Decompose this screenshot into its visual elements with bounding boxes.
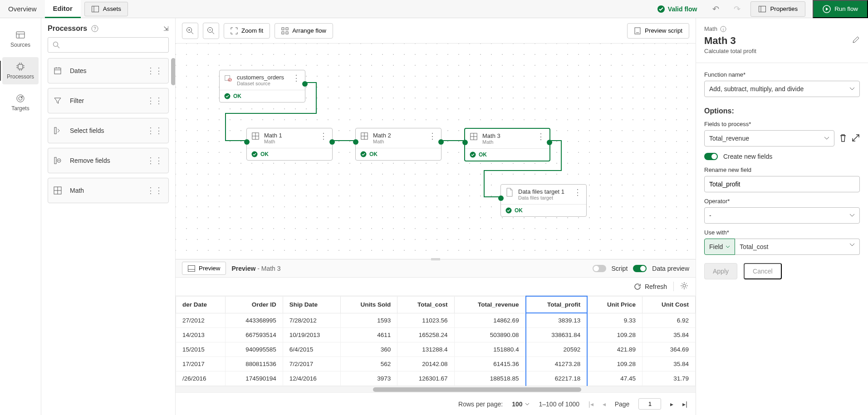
flow-canvas[interactable]: customers_ordersDataset source ⋮ OK Math… [176, 44, 696, 259]
create-new-fields-toggle[interactable] [704, 153, 718, 160]
drag-handle-icon[interactable]: ⋮⋮ [147, 126, 163, 136]
tab-overview[interactable]: Overview [0, 0, 45, 18]
fields-to-process-select[interactable]: Total_revenue [704, 130, 834, 146]
rows-per-page-label: Rows per page: [458, 400, 503, 408]
table-header[interactable]: Total_cost [397, 296, 454, 313]
refresh-button[interactable]: Refresh [634, 283, 667, 290]
table-header[interactable]: Total_profit [526, 296, 588, 313]
table-row[interactable]: /26/201617459019412/4/20163973126301.671… [176, 371, 696, 386]
node-status-label: OK [479, 151, 487, 158]
targets-icon [15, 93, 25, 103]
run-flow-button[interactable]: Run flow [813, 0, 868, 18]
undo-button[interactable]: ↶ [708, 1, 724, 17]
nav-processors[interactable]: Processors [2, 57, 39, 84]
zoom-in-button[interactable] [182, 23, 198, 39]
preview-label: Preview [199, 265, 220, 272]
table-header[interactable]: Order ID [225, 296, 283, 313]
processor-dates[interactable]: Dates ⋮⋮ [48, 58, 169, 83]
nav-sources[interactable]: Sources [2, 25, 39, 53]
node-menu-icon[interactable]: ⋮ [537, 132, 545, 141]
drag-handle-icon[interactable]: ⋮⋮ [147, 66, 163, 76]
table-header[interactable]: Unit Cost [642, 296, 696, 313]
table-header[interactable]: Unit Price [587, 296, 642, 313]
table-header[interactable]: Total_revenue [454, 296, 526, 313]
page-input[interactable] [638, 398, 661, 410]
table-header[interactable]: Units Sold [340, 296, 397, 313]
table-header[interactable]: Ship Date [283, 296, 340, 313]
expand-icon [852, 134, 860, 142]
drag-handle-icon[interactable]: ⋮⋮ [147, 186, 163, 195]
node-menu-icon[interactable]: ⋮ [319, 132, 328, 140]
script-toggle-label: Script [612, 265, 628, 272]
function-name-select[interactable]: Add, subtract, multiply, and divide [704, 81, 860, 97]
table-row[interactable]: 27/20124433689957/28/2012159311023.56148… [176, 313, 696, 328]
apply-button[interactable]: Apply [704, 263, 737, 279]
script-toggle[interactable] [593, 265, 606, 272]
tab-editor[interactable]: Editor [45, 0, 81, 18]
page-first-button[interactable]: |◂ [588, 400, 593, 408]
page-last-button[interactable]: ▸| [682, 400, 687, 408]
page-next-button[interactable]: ▸ [670, 400, 673, 408]
node-source[interactable]: customers_ordersDataset source ⋮ OK [219, 70, 305, 103]
table-row[interactable]: 14/201366759351410/19/20134611165258.245… [176, 328, 696, 342]
node-target[interactable]: Data files target 1Data files target ⋮ O… [500, 184, 587, 217]
settings-button[interactable] [673, 282, 688, 291]
valid-flow-status: Valid flow [652, 5, 703, 13]
processor-remove-fields[interactable]: Remove fields ⋮⋮ [48, 148, 169, 173]
chevron-down-icon [849, 243, 855, 247]
nav-label: Processors [7, 73, 34, 80]
node-status-label: OK [233, 93, 241, 99]
table-row[interactable]: 17/20178808115367/2/201756220142.0861415… [176, 357, 696, 371]
arrange-label: Arrange flow [292, 27, 326, 34]
arrange-flow-button[interactable]: Arrange flow [275, 23, 333, 39]
assets-button[interactable]: Assets [84, 2, 128, 16]
properties-button[interactable]: Properties [750, 1, 805, 17]
use-with-kind-select[interactable]: Field [704, 239, 735, 255]
resize-handle-icon[interactable] [429, 258, 442, 261]
info-icon[interactable]: i [720, 26, 726, 32]
preview-subtitle: - Math 3 [257, 265, 280, 272]
processor-select-fields[interactable]: Select fields ⋮⋮ [48, 118, 169, 143]
svg-rect-29 [54, 157, 56, 164]
data-preview-toggle[interactable] [633, 265, 647, 272]
table-header[interactable]: der Date [176, 296, 226, 313]
node-math-1[interactable]: Math 1Math ⋮ OK [246, 128, 333, 161]
expand-field-button[interactable] [852, 134, 860, 143]
page-prev-button[interactable]: ◂ [603, 400, 606, 408]
processor-filter[interactable]: Filter ⋮⋮ [48, 88, 169, 113]
nav-targets[interactable]: Targets [2, 89, 39, 116]
help-icon[interactable]: ? [91, 24, 99, 33]
node-math-2[interactable]: Math 2Math ⋮ OK [355, 128, 441, 161]
drag-handle-icon[interactable]: ⋮⋮ [147, 96, 163, 106]
zoom-out-button[interactable] [203, 23, 219, 39]
preview-bar: Preview Preview - Math 3 Script Data pre… [176, 259, 696, 277]
assets-label: Assets [103, 5, 121, 12]
node-menu-icon[interactable]: ⋮ [292, 74, 300, 82]
cancel-button[interactable]: Cancel [744, 263, 782, 279]
delete-field-button[interactable] [839, 133, 847, 144]
processor-math[interactable]: Math ⋮⋮ [48, 178, 169, 203]
drag-handle-icon[interactable]: ⋮⋮ [147, 156, 163, 166]
chevron-down-icon [824, 137, 829, 140]
node-math-3[interactable]: Math 3Math ⋮ OK [464, 128, 550, 161]
svg-rect-3 [759, 6, 766, 12]
rename-field-input[interactable] [704, 176, 860, 192]
scrollbar-thumb[interactable] [171, 58, 175, 85]
operator-select[interactable]: - [704, 207, 860, 224]
zoom-fit-button[interactable]: Zoom fit [224, 23, 270, 39]
redo-button[interactable]: ↷ [729, 1, 745, 17]
table-row[interactable]: 15/20159409955856/4/2015360131288.415188… [176, 342, 696, 357]
horizontal-scrollbar[interactable] [176, 386, 696, 392]
preview-button[interactable]: Preview [182, 262, 226, 275]
preview-script-button[interactable]: Preview script [627, 23, 689, 39]
rows-per-page-select[interactable]: 100 [512, 400, 530, 408]
use-with-value-select[interactable]: Total_cost [735, 239, 860, 255]
svg-text:i: i [723, 27, 724, 32]
node-menu-icon[interactable]: ⋮ [428, 132, 436, 140]
edit-title-button[interactable] [852, 35, 860, 47]
search-input[interactable] [48, 37, 169, 53]
search-icon [53, 41, 60, 49]
collapse-icon[interactable]: ⇲ [163, 25, 169, 32]
node-menu-icon[interactable]: ⋮ [574, 188, 582, 196]
processor-label: Math [70, 187, 84, 194]
